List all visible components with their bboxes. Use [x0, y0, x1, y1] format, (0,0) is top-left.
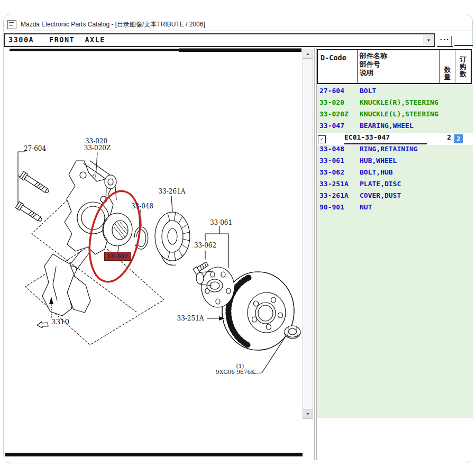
parts-rows: 27-604BOLT33-020KNUCKLE(R),STEERING33-02… — [317, 87, 473, 215]
chevron-down-icon: ▼ — [427, 38, 431, 43]
parts-table-row[interactable]: 27-604BOLT — [317, 87, 473, 98]
scroll-down-icon: ▼ — [306, 412, 310, 416]
spindle-nut-drawing — [285, 326, 300, 338]
row-part-name: RING,RETAINING — [360, 145, 418, 153]
window-title: Mazda Electronic Parts Catalog - [目录图像/文… — [21, 20, 205, 29]
row-part-name: BOLT,HUB — [360, 168, 393, 176]
row-dcode: 90-901 — [319, 203, 344, 211]
row-checkbox[interactable]: ✓ — [318, 135, 326, 143]
col-header-qty: 数量 — [440, 50, 455, 83]
row-part-name: BOLT — [360, 87, 376, 95]
selected-part-number: EC01-33-047 — [344, 133, 427, 144]
parts-table-row[interactable]: 33-048RING,RETAINING — [317, 145, 473, 157]
bolt-drawing-a — [20, 171, 50, 195]
row-dcode: 33-061 — [319, 157, 344, 164]
col-header-order-qty: 订购数 — [455, 50, 471, 83]
hub-callout-lines — [205, 226, 228, 268]
parts-table-row-selected[interactable]: ✓EC01-33-04722 — [317, 133, 473, 145]
diagram-pane: 27-60433-02033-020Z33-04733-04833-261A33… — [4, 48, 303, 460]
parts-table: D-Code 部件名称 部件号 说明 数量 订购数 27-604BOLT33-0… — [317, 48, 473, 460]
dust-cover-drawing — [155, 196, 190, 265]
quantity-value: 2 — [437, 133, 451, 141]
front-axle-diagram — [4, 48, 303, 460]
parts-table-row[interactable]: 33-261ACOVER,DUST — [317, 191, 473, 203]
row-dcode: 33-251A — [319, 180, 349, 188]
section-combobox-value: 3300A FRONT AXLE — [8, 35, 105, 44]
col-header-dcode: D-Code — [318, 50, 358, 83]
app-icon — [7, 20, 16, 29]
col-header-part-name: 部件名称 部件号 说明 — [358, 50, 440, 83]
row-dcode: 33-020 — [319, 98, 344, 106]
caliper-drawing — [42, 254, 90, 316]
pad-kit-arrow-glyph — [37, 322, 48, 328]
parts-table-row[interactable]: 33-020KNUCKLE(R),STEERING — [317, 98, 473, 110]
bolt-drawing-b — [15, 202, 43, 223]
row-dcode: 33-062 — [319, 168, 344, 176]
row-part-name: BEARING,WHEEL — [360, 122, 414, 130]
parts-table-row[interactable]: 33-020ZKNUCKLE(L),STEERING — [317, 110, 473, 122]
toolbar-underline — [437, 46, 453, 47]
more-button[interactable]: ... — [438, 33, 452, 45]
parts-table-row[interactable]: 33-062BOLT,HUB — [317, 168, 473, 180]
title-bar: Mazda Electronic Parts Catalog - [目录图像/文… — [7, 19, 205, 30]
highlighted-part-label[interactable]: 33-047 — [104, 252, 131, 261]
row-dcode: 33-048 — [319, 145, 344, 153]
parts-table-body: 27-604BOLT33-020KNUCKLE(R),STEERING33-02… — [317, 85, 473, 418]
row-dcode: 27-604 — [319, 87, 344, 95]
parts-table-row[interactable]: 33-061HUB,WHEEL — [317, 157, 473, 168]
row-part-name: PLATE,DISC — [360, 180, 401, 188]
row-part-name: COVER,DUST — [360, 191, 401, 199]
bearing-drawing[interactable] — [103, 213, 132, 252]
disc-callout-arrow — [207, 316, 225, 321]
combobox-dropdown-button[interactable]: ▼ — [424, 35, 433, 45]
scroll-up-button[interactable]: ▲ — [303, 49, 313, 59]
scan-artifact-bottom-bar — [5, 453, 303, 456]
row-part-name: KNUCKLE(L),STEERING — [360, 110, 438, 118]
parts-table-row[interactable]: 33-251APLATE,DISC — [317, 180, 473, 191]
parts-table-header: D-Code 部件名称 部件号 说明 数量 订购数 — [317, 49, 472, 84]
row-part-name: HUB,WHEEL — [360, 157, 397, 164]
row-dcode: 33-261A — [319, 191, 349, 199]
hub-drawing — [196, 267, 234, 307]
toolbar-tick — [451, 36, 452, 46]
section-combobox[interactable]: 3300A FRONT AXLE ▼ — [4, 33, 435, 47]
row-dcode: 33-047 — [319, 122, 344, 130]
row-dcode: 33-020Z — [319, 110, 349, 118]
toolbar-underline-2 — [454, 45, 473, 46]
parts-table-row[interactable]: 33-047BEARING,WHEEL — [317, 122, 473, 133]
row-part-name: KNUCKLE(R),STEERING — [360, 98, 438, 106]
scroll-up-icon: ▲ — [306, 52, 310, 56]
scroll-down-button[interactable]: ▼ — [303, 409, 313, 418]
order-quantity-value[interactable]: 2 — [454, 134, 463, 143]
retaining-ring-drawing — [134, 210, 148, 249]
row-part-name: NUT — [360, 203, 372, 211]
parts-table-row[interactable]: 90-901NUT — [317, 203, 473, 215]
titlebar-separator — [4, 31, 472, 31]
diagram-scrollbar[interactable]: ▲ ▼ — [303, 49, 313, 419]
